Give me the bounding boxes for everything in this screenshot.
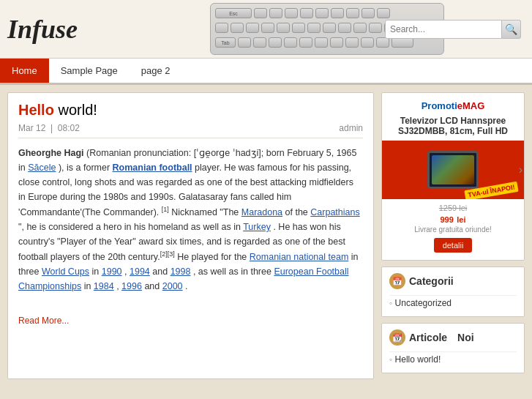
body-link-turkey[interactable]: Turkey [243, 222, 271, 232]
ad-next-arrow[interactable]: › [519, 163, 522, 176]
recent-articles-icon: 📆 [389, 329, 405, 346]
body-hagi-name: Gheorghe Hagi [18, 148, 84, 158]
ad-price-old: 1259 lei [389, 204, 517, 212]
post-date-time: Mar 12 | 08:02 [18, 123, 80, 133]
body-link-1996[interactable]: 1996 [121, 281, 142, 291]
ad-image: ‹ TVA-ul ÎNAPOI! › [382, 141, 524, 199]
header: Infuse Esc [0, 0, 532, 59]
body-link-carpathians[interactable]: Carpathians [310, 207, 359, 217]
category-item-uncategorized[interactable]: Uncategorized [389, 295, 517, 310]
nav-item-home[interactable]: Home [0, 59, 49, 83]
body-link-1984[interactable]: 1984 [94, 281, 114, 291]
categories-icon: 📅 [389, 273, 405, 289]
main-wrapper: Hello world! Mar 12 | 08:02 admin Gheorg… [0, 85, 532, 387]
ad-box: PromotieMAG Televizor LCD Hannspree SJ32… [381, 92, 525, 261]
body-link-1998[interactable]: 1998 [171, 266, 191, 277]
search-bar: 🔍 [385, 20, 521, 39]
body-link-1994[interactable]: 1994 [130, 266, 150, 277]
recent-articles-title: 📆 Articole Noi [389, 329, 517, 346]
post-meta: Mar 12 | 08:02 admin [18, 123, 363, 138]
navigation: Home Sample Page page 2 [0, 59, 532, 85]
nav-item-sample-page[interactable]: Sample Page [49, 59, 130, 83]
sidebar: PromotieMAG Televizor LCD Hannspree SJ32… [381, 92, 525, 379]
read-more-link[interactable]: Read More... [18, 314, 69, 328]
content-inner[interactable]: Hello world! Mar 12 | 08:02 admin Gheorg… [8, 93, 373, 379]
post-author: admin [339, 123, 363, 133]
body-link-2000[interactable]: 2000 [162, 281, 183, 291]
search-button[interactable]: 🔍 [502, 20, 521, 39]
ad-details-button[interactable]: detalii [434, 238, 473, 253]
tv-image [427, 151, 479, 189]
body-link-1990[interactable]: 1990 [102, 266, 122, 277]
categories-title: 📅 Categorii [389, 273, 517, 289]
categories-widget: 📅 Categorii Uncategorized [381, 266, 525, 317]
body-link-national-team[interactable]: Romanian national team [250, 252, 349, 262]
site-logo[interactable]: Infuse [7, 14, 78, 45]
ad-note: Livrare gratuita oriunde! [389, 225, 517, 234]
ad-product-name: Televizor LCD Hannspree SJ32DMBB, 81cm, … [389, 116, 517, 136]
recent-item-hello-world[interactable]: Hello world! [389, 351, 517, 367]
ad-price-new: 999 lei [389, 212, 517, 225]
body-link-maradona[interactable]: Maradona [241, 207, 282, 217]
body-link-sacel[interactable]: Săcele [28, 163, 56, 173]
search-input[interactable] [385, 20, 502, 39]
post-title: Hello world! [18, 102, 363, 119]
content-area: Hello world! Mar 12 | 08:02 admin Gheorg… [7, 92, 374, 379]
body-link-world-cups[interactable]: World Cups [42, 266, 89, 277]
body-link-football[interactable]: Romanian football [113, 163, 192, 173]
nav-item-page2[interactable]: page 2 [130, 59, 182, 83]
recent-articles-widget: 📆 Articole Noi Hello world! [381, 323, 525, 373]
ad-brand: PromotieMAG [389, 100, 517, 111]
post-body: Gheorghe Hagi (Romanian pronunciation: [… [18, 146, 363, 329]
